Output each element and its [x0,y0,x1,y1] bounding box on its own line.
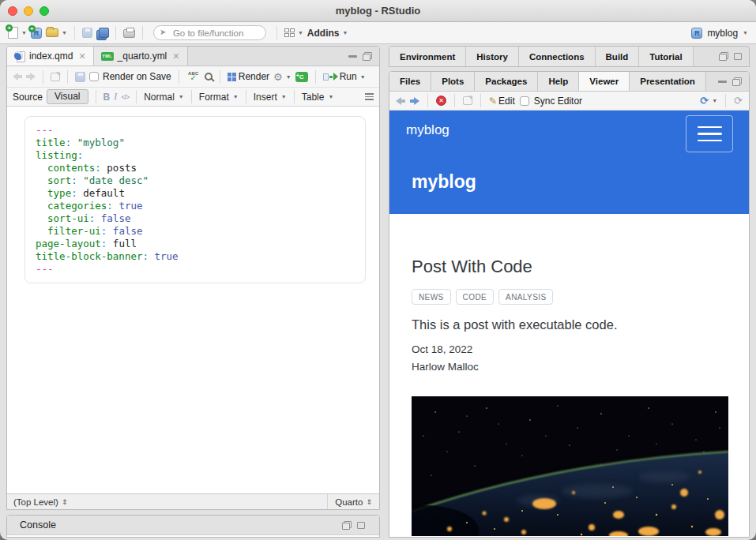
maximize-pane-icon[interactable] [734,53,742,60]
maximize-pane-icon[interactable] [732,77,742,86]
tab-packages[interactable]: Packages [475,72,538,91]
file-type-selector[interactable]: Quarto⇕ [327,494,379,509]
scope-selector[interactable]: (Top Level)⇕ [7,497,67,507]
sync-viewer-button[interactable]: ⟳▼ [700,96,717,106]
back-icon[interactable] [13,73,22,81]
save-button[interactable] [82,28,92,38]
zoom-window-button[interactable] [39,6,49,16]
post-title-link[interactable]: Post With Code [412,257,532,277]
print-button[interactable] [123,28,135,38]
code-line[interactable]: sort-ui: false [36,212,355,225]
tab-presentation[interactable]: Presentation [630,72,706,91]
open-in-new-window-icon[interactable] [463,96,472,105]
code-line[interactable]: listing: [36,149,355,162]
insert-chunk-icon[interactable]: C [295,72,308,82]
addins-button[interactable]: Addins▼ [307,28,348,39]
maximize-pane-icon[interactable] [357,522,365,529]
editor-canvas[interactable]: ---title: "myblog"listing: contents: pos… [7,107,379,493]
tab-plots[interactable]: Plots [431,72,475,91]
code-line[interactable]: title-block-banner: true [36,250,355,263]
goto-file-input[interactable] [153,25,266,40]
close-tab-icon[interactable]: ✕ [78,51,85,62]
insert-menu[interactable]: Insert▼ [254,92,287,103]
tab-index-qmd[interactable]: index.qmd ✕ [7,47,94,66]
code-line[interactable]: page-layout: full [36,238,355,250]
site-navbar-title[interactable]: myblog [406,122,449,138]
viewer-pane: FilesPlotsPackagesHelpViewerPresentation… [389,71,750,538]
tab-build[interactable]: Build [596,47,640,66]
refresh-icon[interactable]: ⟳ [734,96,743,106]
project-menu-button[interactable]: R myblog ▼ [691,28,748,39]
code-line[interactable]: type: default [36,187,355,200]
tab-viewer[interactable]: Viewer [579,72,630,91]
outline-toggle-icon[interactable] [365,93,374,100]
viewer-forward-icon[interactable] [410,97,419,105]
close-window-button[interactable] [8,6,17,16]
tab-tutorial[interactable]: Tutorial [639,47,693,66]
tab-history[interactable]: History [466,47,519,66]
pane-layout-button[interactable]: ▼ [284,28,303,37]
yaml-code-block[interactable]: ---title: "myblog"listing: contents: pos… [24,116,366,283]
open-file-button[interactable]: ▼ [46,28,67,37]
tab-connections[interactable]: Connections [519,47,596,66]
code-line[interactable]: filter-ui: false [36,225,355,238]
render-on-save-checkbox[interactable] [89,72,99,81]
bottom-right-tabs-strip: FilesPlotsPackagesHelpViewerPresentation [389,72,749,92]
hamburger-menu-button[interactable] [686,115,733,152]
post-thumbnail-earth-image[interactable] [412,396,728,536]
spellcheck-icon[interactable]: ABC✓ [186,71,201,82]
new-file-icon [8,27,18,39]
bold-button[interactable]: B [103,92,111,103]
post-date: Oct 18, 2022 [412,343,472,355]
tab-environment[interactable]: Environment [389,47,466,66]
maximize-pane-icon[interactable] [363,52,372,61]
tab-files[interactable]: Files [389,72,431,91]
pane-window-buttons [342,521,372,530]
tab-help[interactable]: Help [538,72,579,91]
save-all-button[interactable] [96,28,108,39]
close-tab-icon[interactable]: ✕ [172,51,179,62]
code-line[interactable]: --- [36,263,355,276]
category-badge[interactable]: CODE [456,289,495,305]
pencil-icon: ✎ [489,96,497,107]
code-line[interactable]: title: "myblog" [36,137,355,149]
run-button[interactable]: Run ▼ [323,71,366,82]
new-file-button[interactable]: ▼ [8,27,27,39]
console-header[interactable]: Console [7,516,379,535]
minimize-pane-icon[interactable] [348,55,357,58]
minimize-pane-icon[interactable] [718,81,727,83]
code-line[interactable]: sort: "date desc" [36,174,355,187]
gear-icon: ⚙ [273,72,283,82]
code-line[interactable]: --- [36,124,355,137]
tab-label: index.qmd [29,51,73,62]
render-button[interactable]: Render [228,71,269,82]
viewer-back-icon[interactable] [396,97,405,105]
render-options-button[interactable]: ⚙▼ [273,72,291,82]
paragraph-style-dropdown[interactable]: Normal▼ [144,92,184,103]
viewer-content: myblog myblog Post With Code NEWSCODEANA… [389,111,749,537]
sync-editor-checkbox[interactable] [520,96,529,106]
table-menu[interactable]: Table▼ [302,92,334,103]
code-button[interactable]: </> [121,93,129,101]
italic-button[interactable]: I [114,91,117,103]
stop-icon[interactable]: ✕ [436,96,446,106]
pane-window-buttons [718,72,749,91]
restore-pane-icon[interactable] [342,521,352,530]
forward-icon[interactable] [26,73,36,81]
minimize-window-button[interactable] [24,6,33,16]
source-mode-button[interactable]: Source [13,92,43,103]
format-menu[interactable]: Format▼ [199,92,239,103]
code-line[interactable]: contents: posts [36,162,355,174]
category-badge[interactable]: NEWS [412,289,451,305]
category-badge[interactable]: ANALYSIS [498,289,553,305]
new-project-icon: R [31,28,42,39]
visual-mode-button[interactable]: Visual [47,89,88,104]
tab-quarto-yml[interactable]: YML _quarto.yml ✕ [94,47,188,66]
new-project-button[interactable]: R [31,28,42,39]
open-in-new-window-icon[interactable] [51,73,60,81]
restore-pane-icon[interactable] [719,52,728,61]
code-line[interactable]: categories: true [36,200,355,212]
edit-button[interactable]: ✎Edit [489,96,515,107]
save-icon[interactable] [75,72,85,82]
search-icon[interactable] [205,73,213,81]
